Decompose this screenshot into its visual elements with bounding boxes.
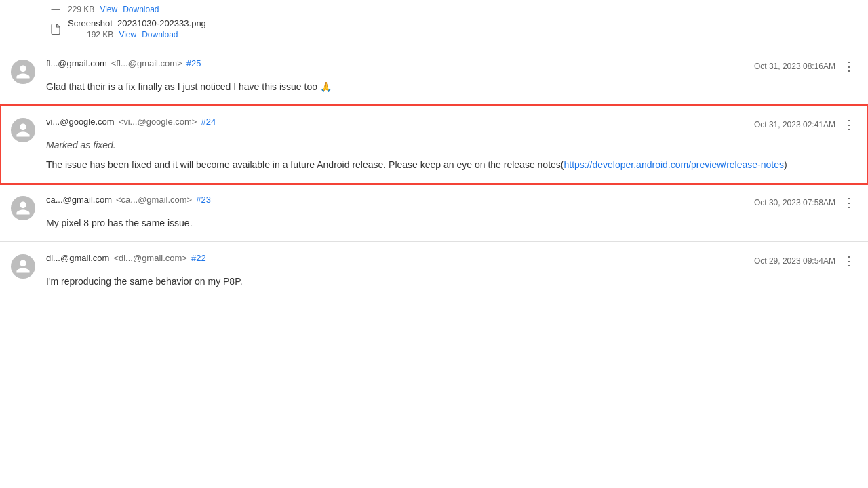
comment-text-25: Glad that their is a fix finally as I ju… — [46, 81, 332, 92]
comment-content-24: vi...@google.com <vi...@google.com> #24 … — [46, 117, 857, 172]
attachment-meta-2: 192 KB View Download — [68, 30, 819, 39]
comment-body-25: Glad that their is a fix finally as I ju… — [46, 80, 857, 94]
comment-content-22: di...@gmail.com <di...@gmail.com> #22 Oc… — [46, 253, 857, 289]
author-name-22: di...@gmail.com — [46, 253, 109, 263]
comment-content-25: fl...@gmail.com <fl...@gmail.com> #25 Oc… — [46, 58, 857, 94]
more-options-24[interactable]: ⋮ — [841, 117, 857, 133]
comment-body-24: Marked as fixed. The issue has been fixe… — [46, 138, 857, 172]
avatar-23 — [11, 196, 35, 220]
author-email-24: <vi...@google.com> — [119, 117, 197, 127]
attachment-group: — 229 KB View Download Screenshot_202310… — [0, 0, 868, 47]
comment-body-22: I'm reproducing the same behavior on my … — [46, 274, 857, 289]
comment-header-23: ca...@gmail.com <ca...@gmail.com> #23 Oc… — [46, 195, 857, 211]
page-wrapper: — 229 KB View Download Screenshot_202310… — [0, 0, 868, 488]
comment-23: ca...@gmail.com <ca...@gmail.com> #23 Oc… — [0, 184, 868, 242]
comment-header-22: di...@gmail.com <di...@gmail.com> #22 Oc… — [46, 253, 857, 269]
attachment-view-link-2[interactable]: View — [119, 30, 136, 39]
comment-author-25: fl...@gmail.com <fl...@gmail.com> #25 — [46, 58, 201, 68]
more-options-25[interactable]: ⋮ — [841, 58, 857, 75]
attachment-line-icon: — — [49, 4, 62, 14]
comment-number-22[interactable]: #22 — [191, 253, 206, 263]
author-name-24: vi...@google.com — [46, 117, 115, 127]
file-icon — [49, 23, 62, 35]
marked-fixed-text: Marked as fixed. — [46, 138, 857, 152]
attachment-size-2: 192 KB — [87, 30, 113, 39]
avatar-22 — [11, 254, 35, 279]
attachment-size-1: 229 KB — [68, 5, 94, 14]
comment-author-23: ca...@gmail.com <ca...@gmail.com> #23 — [46, 195, 211, 205]
attachment-download-link-1[interactable]: Download — [123, 5, 159, 14]
emoji-25: 🙏 — [320, 81, 332, 92]
fix-text-after: ) — [784, 159, 787, 170]
comment-number-23[interactable]: #23 — [196, 195, 211, 205]
comment-timestamp-22: Oct 29, 2023 09:54AM ⋮ — [754, 253, 857, 269]
comment-content-23: ca...@gmail.com <ca...@gmail.com> #23 Oc… — [46, 195, 857, 230]
comment-text-22: I'm reproducing the same behavior on my … — [46, 276, 243, 287]
author-email-22: <di...@gmail.com> — [113, 253, 187, 263]
fix-description: The issue has been fixed and it will bec… — [46, 158, 857, 172]
comment-timestamp-23: Oct 30, 2023 07:58AM ⋮ — [754, 195, 857, 211]
attachment-row-2: Screenshot_20231030-202333.png 192 KB Vi… — [49, 16, 819, 42]
timestamp-text-25: Oct 31, 2023 08:16AM — [754, 62, 835, 71]
comment-text-23: My pixel 8 pro has the same issue. — [46, 218, 193, 228]
comment-header-25: fl...@gmail.com <fl...@gmail.com> #25 Oc… — [46, 58, 857, 75]
author-email-23: <ca...@gmail.com> — [116, 195, 192, 205]
attachment-row-1: — 229 KB View Download — [49, 3, 819, 16]
fix-text-before: The issue has been fixed and it will bec… — [46, 159, 564, 170]
comment-25: fl...@gmail.com <fl...@gmail.com> #25 Oc… — [0, 47, 868, 106]
author-name-23: ca...@gmail.com — [46, 195, 112, 205]
attachment-download-link-2[interactable]: Download — [142, 30, 178, 39]
timestamp-text-24: Oct 31, 2023 02:41AM — [754, 120, 835, 129]
avatar-24 — [11, 118, 35, 142]
avatar-25 — [11, 60, 35, 84]
comment-author-22: di...@gmail.com <di...@gmail.com> #22 — [46, 253, 206, 263]
comment-number-25[interactable]: #25 — [186, 58, 201, 68]
author-name-25: fl...@gmail.com — [46, 58, 107, 68]
comment-timestamp-24: Oct 31, 2023 02:41AM ⋮ — [754, 117, 857, 133]
timestamp-text-22: Oct 29, 2023 09:54AM — [754, 256, 835, 266]
comment-24: vi...@google.com <vi...@google.com> #24 … — [0, 106, 868, 184]
more-options-23[interactable]: ⋮ — [841, 195, 857, 211]
comment-author-24: vi...@google.com <vi...@google.com> #24 — [46, 117, 216, 127]
more-options-22[interactable]: ⋮ — [841, 253, 857, 269]
comment-header-24: vi...@google.com <vi...@google.com> #24 … — [46, 117, 857, 133]
release-notes-link[interactable]: https://developer.android.com/preview/re… — [564, 159, 784, 170]
comment-22: di...@gmail.com <di...@gmail.com> #22 Oc… — [0, 242, 868, 300]
comment-timestamp-25: Oct 31, 2023 08:16AM ⋮ — [754, 58, 857, 75]
timestamp-text-23: Oct 30, 2023 07:58AM — [754, 198, 835, 207]
comment-body-23: My pixel 8 pro has the same issue. — [46, 216, 857, 230]
author-email-25: <fl...@gmail.com> — [111, 58, 182, 68]
comment-number-24[interactable]: #24 — [201, 117, 216, 127]
attachment-view-link-1[interactable]: View — [100, 5, 117, 14]
attachment-filename-2: Screenshot_20231030-202333.png — [68, 18, 819, 28]
